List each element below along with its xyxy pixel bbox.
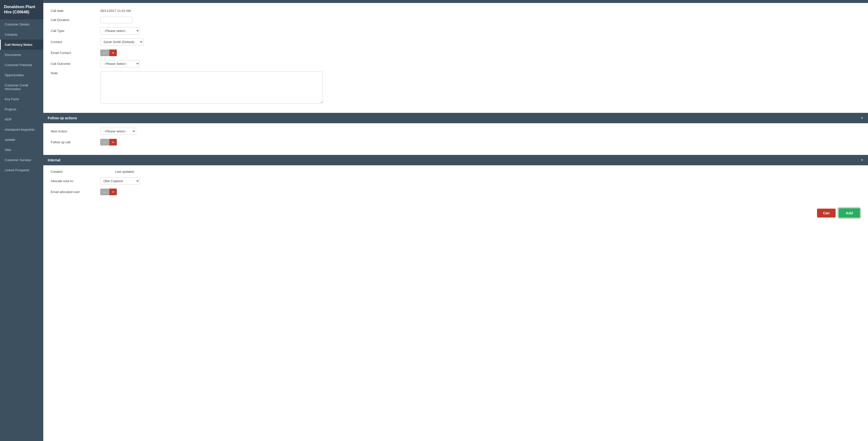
call-type-row: Call Type: --Please select-- (51, 27, 861, 34)
call-outcome-select[interactable]: --Please Select-- (100, 60, 140, 67)
created-row: Created: Last updated: (51, 170, 861, 174)
internal-section-body: Created: Last updated: Allocate note to:… (43, 165, 868, 203)
note-label: Note: (51, 71, 100, 75)
allocate-note-select[interactable]: Ollie Copland (100, 178, 140, 185)
add-button[interactable]: Add (838, 208, 861, 218)
call-duration-input[interactable] (100, 17, 132, 23)
sidebar-item-projects[interactable]: Projects (0, 104, 43, 114)
sidebar-item-key-facts[interactable]: Key Facts (0, 94, 43, 104)
footer-bar: Can Add (43, 203, 868, 223)
internal-section-header[interactable]: Internal ▼ (43, 155, 868, 165)
email-allocated-btn-group: — ✕ (100, 189, 117, 195)
email-allocated-clear-button[interactable]: ✕ (110, 189, 117, 195)
email-allocated-dash-button[interactable]: — (100, 189, 110, 195)
follow-up-call-label: Follow up call: (51, 140, 100, 144)
note-textarea[interactable] (100, 71, 323, 103)
cancel-button[interactable]: Can (817, 209, 835, 218)
sidebar-item-ollie[interactable]: Ollie (0, 145, 43, 155)
email-allocated-user-row: Email allocated user: — ✕ (51, 189, 861, 195)
contact-row: Contact: Sarah Smith (Default) (51, 38, 861, 45)
call-type-select[interactable]: --Please select-- (100, 27, 140, 34)
allocate-note-row: Allocate note to: Ollie Copland (51, 178, 861, 185)
sidebar-item-linked-prospects[interactable]: Linked Prospects (0, 165, 43, 175)
sidebar-item-customer-potential[interactable]: Customer Potential (0, 60, 43, 70)
email-contact-row: Email Contact: — ✕ (51, 50, 861, 56)
internal-chevron-icon: ▼ (861, 158, 864, 162)
follow-up-call-btn-group: — ✕ (100, 139, 117, 146)
sidebar-item-documents[interactable]: Documents (0, 50, 43, 60)
follow-up-section-body: Next Action: --Please select-- Follow up… (43, 123, 868, 153)
follow-up-chevron-icon: ▼ (861, 116, 864, 120)
call-date-row: Call date: 30/11/2017 11:42 AM (51, 9, 861, 12)
sidebar-item-contacts[interactable]: Contacts (0, 29, 43, 40)
sidebar-nav: Customer Details Contacts Call History N… (0, 19, 43, 441)
follow-up-call-clear-button[interactable]: ✕ (110, 139, 117, 146)
email-contact-clear-button[interactable]: ✕ (110, 50, 117, 56)
call-duration-row: Call Duration: (51, 17, 861, 23)
sidebar-item-customer-details[interactable]: Customer Details (0, 19, 43, 29)
sidebar-item-ryedale[interactable]: ryedale (0, 135, 43, 145)
top-bar (43, 0, 868, 3)
x-icon-3: ✕ (112, 190, 114, 194)
call-date-value: 30/11/2017 11:42 AM (100, 9, 131, 12)
call-duration-label: Call Duration: (51, 18, 100, 22)
sidebar-item-checkpoint-keypoints[interactable]: checkpoint keypoints (0, 124, 43, 135)
note-row: Note: (51, 71, 861, 103)
sidebar-header: Donaldson Plant Hire (C00648) (0, 0, 43, 19)
next-action-row: Next Action: --Please select-- (51, 128, 861, 135)
contact-label: Contact: (51, 40, 100, 44)
sidebar-item-customer-credit-information[interactable]: Customer Credit Information (0, 80, 43, 94)
allocate-note-label: Allocate note to: (51, 179, 100, 183)
next-action-label: Next Action: (51, 129, 100, 133)
follow-up-call-dash-button[interactable]: — (100, 139, 110, 146)
created-label: Created: (51, 170, 100, 174)
sidebar-item-hdp[interactable]: HDP (0, 114, 43, 124)
call-outcome-label: Call Outcome: (51, 62, 100, 66)
sidebar: Donaldson Plant Hire (C00648) Customer D… (0, 0, 43, 441)
contact-select[interactable]: Sarah Smith (Default) (100, 38, 144, 45)
sidebar-item-call-history-notes[interactable]: Call History Notes (0, 40, 43, 50)
call-type-label: Call Type: (51, 29, 100, 33)
form-section: Call date: 30/11/2017 11:42 AM Call Dura… (43, 3, 868, 112)
last-updated-label: Last updated: (115, 170, 134, 174)
main-content: Call date: 30/11/2017 11:42 AM Call Dura… (43, 0, 868, 441)
sidebar-item-customer-surveys[interactable]: Customer Surveys (0, 155, 43, 165)
call-outcome-row: Call Outcome: --Please Select-- (51, 60, 861, 67)
follow-up-section-header[interactable]: Follow up actions ▼ (43, 113, 868, 123)
sidebar-item-opportunities[interactable]: Opportunities (0, 70, 43, 80)
next-action-select[interactable]: --Please select-- (100, 128, 136, 135)
email-allocated-user-label: Email allocated user: (51, 190, 100, 194)
x-icon-2: ✕ (112, 140, 114, 144)
email-contact-btn-group: — ✕ (100, 50, 117, 56)
call-date-label: Call date: (51, 9, 100, 12)
email-contact-dash-button[interactable]: — (100, 50, 110, 56)
x-icon: ✕ (112, 51, 114, 55)
email-contact-label: Email Contact: (51, 51, 100, 55)
follow-up-call-row: Follow up call: — ✕ (51, 139, 861, 146)
